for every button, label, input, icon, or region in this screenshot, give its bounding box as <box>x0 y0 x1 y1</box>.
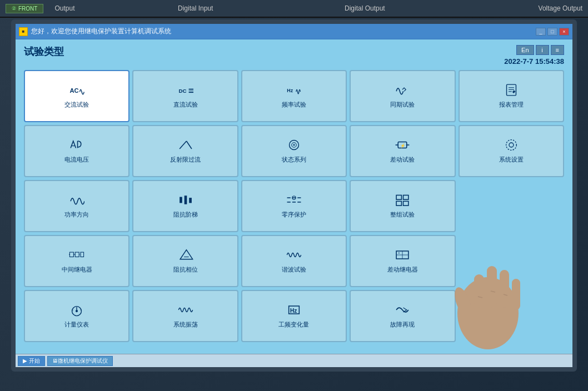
freqvar-label: 工频变化量 <box>278 321 309 328</box>
sync-label: 同期试验 <box>390 101 415 108</box>
ac-label: 交流试验 <box>64 101 89 108</box>
impedangle-label: 阻抗相位 <box>173 266 198 273</box>
info-button[interactable]: i <box>536 45 549 55</box>
grid-btn-hidden1 <box>459 180 564 232</box>
harmonic-label: 谐波试验 <box>282 266 306 273</box>
grid-btn-sync[interactable]: 同期试验 <box>350 70 455 122</box>
grid-btn-relay[interactable]: 中间继电器 <box>24 235 129 287</box>
power-label: 功率方向 <box>64 211 89 218</box>
svg-rect-30 <box>397 196 402 200</box>
grid-btn-impedangle[interactable]: 阻抗相位 <box>132 235 238 287</box>
morelay-icon: ≡ <box>395 248 410 264</box>
window-titlebar: ■ 您好，欢迎您使用继电保护装置计算机调试系统 _ □ × <box>16 24 572 39</box>
grid-btn-iv[interactable]: 电流电压 <box>24 125 129 177</box>
output-tab[interactable]: Output <box>54 4 74 12</box>
reflect-icon <box>178 138 193 154</box>
power-icon <box>69 193 84 209</box>
svg-point-18 <box>509 143 514 147</box>
svg-text:≡: ≡ <box>398 252 400 255</box>
grid-btn-diff[interactable]: ⚡差动试验 <box>350 125 455 177</box>
svg-rect-6 <box>506 85 516 96</box>
settings-label: 系统设置 <box>499 156 524 163</box>
app-icon: 🖥 <box>52 358 58 364</box>
grid-btn-settings[interactable]: 系统设置 <box>459 125 564 177</box>
state-icon <box>286 138 302 154</box>
ac-icon: AC <box>69 83 84 99</box>
grid-btn-hidden3 <box>459 290 564 342</box>
lang-en-button[interactable]: En <box>516 45 534 55</box>
front-tab[interactable]: ② FRONT <box>6 4 43 13</box>
grid-btn-hz[interactable]: Hz频率试验 <box>241 70 347 122</box>
window-title: 您好，欢迎您使用继电保护装置计算机调试系统 <box>31 27 536 36</box>
header-row: 试验类型 En i ≡ 2022-7-7 15:54:38 <box>24 45 564 66</box>
voltage-output-tab[interactable]: Voltage Output <box>539 4 582 12</box>
grid-btn-faultplay[interactable]: 故障再现 <box>350 290 455 342</box>
meter-icon <box>69 303 84 319</box>
minimize-button[interactable]: _ <box>536 28 546 36</box>
diff-label: 差动试验 <box>390 156 415 163</box>
grid-btn-impedance[interactable]: 阻抗阶梯 <box>132 180 238 232</box>
svg-point-13 <box>293 144 295 146</box>
svg-rect-32 <box>397 202 402 206</box>
freqvar-icon: Hz <box>286 303 302 319</box>
grid-btn-freqvar[interactable]: Hz工频变化量 <box>241 290 347 342</box>
digital-input-tab[interactable]: Digital Input <box>178 4 213 12</box>
grid-btn-report[interactable]: 报表管理 <box>459 70 564 122</box>
grid-btn-reflect[interactable]: 反射限过流 <box>132 125 238 177</box>
grid-btn-meter[interactable]: 计量仪表 <box>24 290 129 342</box>
maximize-button[interactable]: □ <box>547 28 557 36</box>
digital-output-tab[interactable]: Digital Output <box>345 4 385 12</box>
reflect-label: 反射限过流 <box>170 156 201 163</box>
grid-btn-morelay[interactable]: ≡差动继电器 <box>350 235 455 287</box>
svg-point-19 <box>506 140 516 151</box>
settings-icon <box>504 138 519 154</box>
svg-rect-37 <box>75 253 79 257</box>
grid-btn-harmonic[interactable]: 谐波试验 <box>241 235 347 287</box>
menu-button[interactable]: ≡ <box>551 45 564 55</box>
hz-label: 频率试验 <box>282 101 306 108</box>
report-label: 报表管理 <box>499 101 524 108</box>
sync-icon <box>395 83 410 99</box>
svg-rect-21 <box>184 196 187 205</box>
faultplay-label: 故障再现 <box>390 321 415 328</box>
morelay-label: 差动继电器 <box>387 266 418 273</box>
svg-rect-22 <box>189 198 192 203</box>
grid-btn-power[interactable]: 功率方向 <box>24 180 129 232</box>
meter-label: 计量仪表 <box>64 321 89 328</box>
syswave-icon <box>178 303 193 319</box>
svg-rect-31 <box>403 196 408 200</box>
dc-label: 直流试验 <box>173 101 198 108</box>
svg-rect-20 <box>180 197 182 203</box>
relay-label: 中间继电器 <box>62 266 92 273</box>
diff-icon: ⚡ <box>395 138 410 154</box>
integrated-label: 整组试验 <box>390 211 415 218</box>
header-right: En i ≡ 2022-7-7 15:54:38 <box>504 45 564 66</box>
outer-frame: ② FRONT Output Digital Input Digital Out… <box>0 0 588 391</box>
window-content: 试验类型 En i ≡ 2022-7-7 15:54:38 AC交流试验DC直流… <box>16 39 572 367</box>
grid-btn-zeroprotect[interactable]: 零序保护 <box>241 180 347 232</box>
zeroprotect-label: 零序保护 <box>282 211 306 218</box>
lang-buttons: En i ≡ <box>516 45 564 55</box>
dc-icon: DC <box>178 83 193 99</box>
grid-btn-dc[interactable]: DC直流试验 <box>132 70 238 122</box>
datetime: 2022-7-7 15:54:38 <box>504 57 564 66</box>
window-controls: _ □ × <box>536 28 569 36</box>
hz-icon: Hz <box>286 83 302 99</box>
start-button[interactable]: ▶ 开始 <box>18 356 45 366</box>
zeroprotect-icon <box>286 193 302 209</box>
page-title: 试验类型 <box>24 45 64 58</box>
grid-btn-ac[interactable]: AC交流试验 <box>24 70 129 122</box>
buttons-grid: AC交流试验DC直流试验Hz频率试验同期试验报表管理电流电压反射限过流状态系列⚡… <box>24 70 564 342</box>
window-icon: ■ <box>19 27 28 36</box>
svg-rect-34 <box>70 253 74 257</box>
faultplay-icon <box>395 303 410 319</box>
close-button[interactable]: × <box>559 28 569 36</box>
grid-btn-state[interactable]: 状态系列 <box>241 125 347 177</box>
harmonic-icon <box>286 248 302 264</box>
impedance-label: 阻抗阶梯 <box>173 211 198 218</box>
impedance-icon <box>178 193 193 209</box>
state-label: 状态系列 <box>282 156 306 163</box>
grid-btn-integrated[interactable]: 整组试验 <box>350 180 455 232</box>
grid-btn-syswave[interactable]: 系统振荡 <box>132 290 238 342</box>
taskbar-app-item[interactable]: 🖥 微机继电保护调试仪 <box>47 356 113 366</box>
